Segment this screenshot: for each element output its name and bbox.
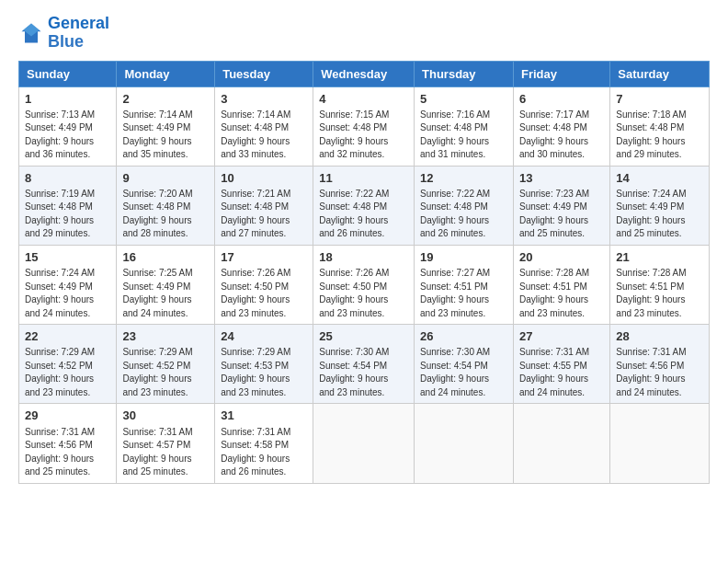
cell-info: Sunrise: 7:23 AM Sunset: 4:49 PM Dayligh… [519, 188, 604, 241]
day-number: 6 [519, 91, 604, 108]
calendar-cell: 17Sunrise: 7:26 AM Sunset: 4:50 PM Dayli… [215, 245, 313, 324]
cell-info: Sunrise: 7:14 AM Sunset: 4:49 PM Dayligh… [122, 109, 209, 162]
calendar-week-3: 15Sunrise: 7:24 AM Sunset: 4:49 PM Dayli… [19, 245, 710, 324]
day-number: 24 [221, 328, 307, 345]
calendar-cell: 28Sunrise: 7:31 AM Sunset: 4:56 PM Dayli… [610, 325, 710, 404]
cell-info: Sunrise: 7:15 AM Sunset: 4:48 PM Dayligh… [319, 109, 408, 162]
day-number: 18 [319, 249, 408, 266]
calendar-cell: 5Sunrise: 7:16 AM Sunset: 4:48 PM Daylig… [415, 86, 514, 166]
logo: General Blue [18, 15, 109, 52]
day-number: 25 [319, 328, 408, 345]
calendar-header-sunday: Sunday [19, 61, 117, 86]
day-number: 15 [25, 249, 110, 266]
calendar-cell: 8Sunrise: 7:19 AM Sunset: 4:48 PM Daylig… [19, 166, 117, 245]
day-number: 28 [616, 328, 703, 345]
calendar-cell [513, 404, 609, 483]
day-number: 14 [616, 170, 703, 187]
logo-icon [18, 20, 44, 46]
calendar-cell: 23Sunrise: 7:29 AM Sunset: 4:52 PM Dayli… [117, 325, 215, 404]
calendar-cell [313, 404, 415, 483]
cell-info: Sunrise: 7:31 AM Sunset: 4:57 PM Dayligh… [122, 426, 209, 479]
day-number: 27 [519, 328, 604, 345]
calendar-week-5: 29Sunrise: 7:31 AM Sunset: 4:56 PM Dayli… [19, 404, 710, 483]
calendar-cell: 21Sunrise: 7:28 AM Sunset: 4:51 PM Dayli… [610, 245, 710, 324]
calendar-cell: 31Sunrise: 7:31 AM Sunset: 4:58 PM Dayli… [215, 404, 313, 483]
cell-info: Sunrise: 7:18 AM Sunset: 4:48 PM Dayligh… [616, 109, 703, 162]
calendar-week-4: 22Sunrise: 7:29 AM Sunset: 4:52 PM Dayli… [19, 325, 710, 404]
cell-info: Sunrise: 7:24 AM Sunset: 4:49 PM Dayligh… [616, 188, 703, 241]
cell-info: Sunrise: 7:30 AM Sunset: 4:54 PM Dayligh… [420, 346, 507, 399]
calendar-cell: 11Sunrise: 7:22 AM Sunset: 4:48 PM Dayli… [313, 166, 415, 245]
cell-info: Sunrise: 7:17 AM Sunset: 4:48 PM Dayligh… [519, 109, 604, 162]
calendar-cell: 20Sunrise: 7:28 AM Sunset: 4:51 PM Dayli… [513, 245, 609, 324]
day-number: 19 [420, 249, 507, 266]
day-number: 10 [221, 170, 307, 187]
calendar-week-1: 1Sunrise: 7:13 AM Sunset: 4:49 PM Daylig… [19, 86, 710, 166]
calendar-cell: 19Sunrise: 7:27 AM Sunset: 4:51 PM Dayli… [415, 245, 514, 324]
calendar-cell: 24Sunrise: 7:29 AM Sunset: 4:53 PM Dayli… [215, 325, 313, 404]
cell-info: Sunrise: 7:13 AM Sunset: 4:49 PM Dayligh… [25, 109, 110, 162]
cell-info: Sunrise: 7:29 AM Sunset: 4:53 PM Dayligh… [221, 346, 307, 399]
calendar-cell: 9Sunrise: 7:20 AM Sunset: 4:48 PM Daylig… [117, 166, 215, 245]
cell-info: Sunrise: 7:22 AM Sunset: 4:48 PM Dayligh… [420, 188, 507, 241]
day-number: 13 [519, 170, 604, 187]
calendar-cell: 13Sunrise: 7:23 AM Sunset: 4:49 PM Dayli… [513, 166, 609, 245]
calendar-header-saturday: Saturday [610, 61, 710, 86]
cell-info: Sunrise: 7:14 AM Sunset: 4:48 PM Dayligh… [221, 109, 307, 162]
day-number: 26 [420, 328, 507, 345]
cell-info: Sunrise: 7:31 AM Sunset: 4:56 PM Dayligh… [616, 346, 703, 399]
cell-info: Sunrise: 7:21 AM Sunset: 4:48 PM Dayligh… [221, 188, 307, 241]
calendar-cell: 6Sunrise: 7:17 AM Sunset: 4:48 PM Daylig… [513, 86, 609, 166]
cell-info: Sunrise: 7:31 AM Sunset: 4:55 PM Dayligh… [519, 346, 604, 399]
calendar-cell: 12Sunrise: 7:22 AM Sunset: 4:48 PM Dayli… [415, 166, 514, 245]
day-number: 11 [319, 170, 408, 187]
day-number: 30 [122, 408, 209, 424]
calendar-cell [415, 404, 514, 483]
calendar-week-2: 8Sunrise: 7:19 AM Sunset: 4:48 PM Daylig… [19, 166, 710, 245]
day-number: 29 [25, 408, 110, 424]
calendar-cell: 15Sunrise: 7:24 AM Sunset: 4:49 PM Dayli… [19, 245, 117, 324]
calendar-cell: 29Sunrise: 7:31 AM Sunset: 4:56 PM Dayli… [19, 404, 117, 483]
cell-info: Sunrise: 7:24 AM Sunset: 4:49 PM Dayligh… [25, 267, 110, 320]
day-number: 2 [122, 91, 209, 108]
cell-info: Sunrise: 7:28 AM Sunset: 4:51 PM Dayligh… [616, 267, 703, 320]
day-number: 21 [616, 249, 703, 266]
cell-info: Sunrise: 7:29 AM Sunset: 4:52 PM Dayligh… [25, 346, 110, 399]
cell-info: Sunrise: 7:19 AM Sunset: 4:48 PM Dayligh… [25, 188, 110, 241]
calendar-cell: 18Sunrise: 7:26 AM Sunset: 4:50 PM Dayli… [313, 245, 415, 324]
calendar-header-monday: Monday [117, 61, 215, 86]
calendar-cell: 25Sunrise: 7:30 AM Sunset: 4:54 PM Dayli… [313, 325, 415, 404]
day-number: 16 [122, 249, 209, 266]
day-number: 5 [420, 91, 507, 108]
calendar-header-wednesday: Wednesday [313, 61, 415, 86]
calendar-cell: 3Sunrise: 7:14 AM Sunset: 4:48 PM Daylig… [215, 86, 313, 166]
day-number: 8 [25, 170, 110, 187]
page: General Blue SundayMondayTuesdayWednesda… [0, 0, 728, 493]
cell-info: Sunrise: 7:27 AM Sunset: 4:51 PM Dayligh… [420, 267, 507, 320]
cell-info: Sunrise: 7:28 AM Sunset: 4:51 PM Dayligh… [519, 267, 604, 320]
calendar-header-row: SundayMondayTuesdayWednesdayThursdayFrid… [19, 61, 710, 86]
day-number: 3 [221, 91, 307, 108]
calendar-cell: 14Sunrise: 7:24 AM Sunset: 4:49 PM Dayli… [610, 166, 710, 245]
calendar-header-tuesday: Tuesday [215, 61, 313, 86]
calendar-cell: 10Sunrise: 7:21 AM Sunset: 4:48 PM Dayli… [215, 166, 313, 245]
calendar-cell: 26Sunrise: 7:30 AM Sunset: 4:54 PM Dayli… [415, 325, 514, 404]
cell-info: Sunrise: 7:16 AM Sunset: 4:48 PM Dayligh… [420, 109, 507, 162]
calendar-cell: 30Sunrise: 7:31 AM Sunset: 4:57 PM Dayli… [117, 404, 215, 483]
calendar-cell: 16Sunrise: 7:25 AM Sunset: 4:49 PM Dayli… [117, 245, 215, 324]
calendar: SundayMondayTuesdayWednesdayThursdayFrid… [18, 61, 710, 484]
calendar-cell: 7Sunrise: 7:18 AM Sunset: 4:48 PM Daylig… [610, 86, 710, 166]
day-number: 20 [519, 249, 604, 266]
header: General Blue [18, 15, 710, 52]
calendar-cell: 27Sunrise: 7:31 AM Sunset: 4:55 PM Dayli… [513, 325, 609, 404]
calendar-header-thursday: Thursday [415, 61, 514, 86]
cell-info: Sunrise: 7:31 AM Sunset: 4:56 PM Dayligh… [25, 426, 110, 479]
calendar-cell: 2Sunrise: 7:14 AM Sunset: 4:49 PM Daylig… [117, 86, 215, 166]
calendar-cell [610, 404, 710, 483]
day-number: 7 [616, 91, 703, 108]
cell-info: Sunrise: 7:26 AM Sunset: 4:50 PM Dayligh… [319, 267, 408, 320]
day-number: 22 [25, 328, 110, 345]
calendar-cell: 1Sunrise: 7:13 AM Sunset: 4:49 PM Daylig… [19, 86, 117, 166]
cell-info: Sunrise: 7:30 AM Sunset: 4:54 PM Dayligh… [319, 346, 408, 399]
day-number: 31 [221, 408, 307, 424]
